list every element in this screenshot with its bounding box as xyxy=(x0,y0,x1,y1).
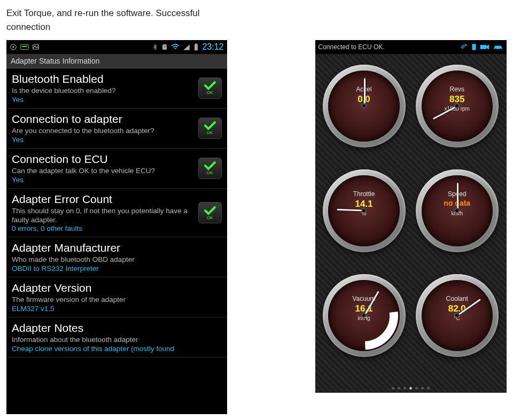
status-item-desc: Is the device bluetooth enabled? xyxy=(12,87,194,96)
status-item-value: Yes xyxy=(12,96,194,104)
gauge-needle xyxy=(364,78,366,106)
status-item-value: Yes xyxy=(12,176,194,184)
status-item-4[interactable]: Adapter ManufacturerWho made the bluetoo… xyxy=(6,237,227,277)
gauge-label: Coolant xyxy=(422,295,493,302)
status-item-title: Adapter Version xyxy=(12,282,222,294)
notification-icon: ? xyxy=(161,43,168,51)
gauge-tick: -0.4 xyxy=(399,71,400,76)
target-icon xyxy=(10,43,17,51)
svg-rect-7 xyxy=(195,44,198,51)
gauge-hub xyxy=(361,208,367,213)
gauge-accel[interactable]: 0.80.60.40.20-0.2-0.4-0.6-0.8Accel0.0 xyxy=(323,65,406,147)
page-indicator xyxy=(315,387,507,390)
pager-dot[interactable] xyxy=(421,387,424,390)
svg-rect-9 xyxy=(472,44,476,50)
pager-dot[interactable] xyxy=(392,387,394,390)
status-item-2[interactable]: Connection to ECUCan the adapter talk OK… xyxy=(6,149,227,189)
status-item-title: Bluetooth Enabled xyxy=(12,73,194,85)
gauge-label: Revs xyxy=(422,85,493,93)
ok-badge: OK xyxy=(198,158,222,179)
connection-status: Connected to ECU OK. xyxy=(318,43,385,51)
status-item-title: Adapter Notes xyxy=(12,322,222,335)
ok-badge: OK xyxy=(198,118,222,139)
check-icon xyxy=(204,81,216,90)
status-item-desc: This should stay on 0, if not then you p… xyxy=(12,207,194,225)
adapter-status-header: Adapter Status Information xyxy=(6,54,227,68)
pager-dot[interactable] xyxy=(415,387,418,390)
caption-line2: connection xyxy=(6,22,50,32)
svg-rect-10 xyxy=(480,45,487,49)
pager-dot[interactable] xyxy=(398,387,400,390)
satellite-icon xyxy=(460,43,468,51)
status-item-value: ELM327 v1.5 xyxy=(12,305,222,313)
status-item-5[interactable]: Adapter VersionThe firmware version of t… xyxy=(6,277,227,317)
status-item-desc: Information about the bluetooth adapter xyxy=(12,336,222,345)
wifi-icon xyxy=(171,44,180,50)
status-item-6[interactable]: Adapter NotesInformation about the bluet… xyxy=(6,317,227,357)
gauge-vacuum[interactable]: -20-20-16-16-12-12-8-8-4Vacuum16.1in/Hg xyxy=(323,274,406,357)
gauge-tick: 0 xyxy=(399,245,400,247)
check-icon xyxy=(204,206,216,215)
status-item-value: Cheap clone versions of this adapter (mo… xyxy=(12,345,222,353)
svg-point-1 xyxy=(12,46,14,48)
bluetooth-icon xyxy=(152,43,158,51)
status-item-desc: Are you connected to the bluetooth adapt… xyxy=(12,127,194,136)
gauge-hub xyxy=(454,208,460,213)
caption-line1: Exit Torque, and re-run the software. Su… xyxy=(6,8,200,18)
status-item-desc: Who made the bluetooth OBD adapter xyxy=(12,255,222,265)
svg-point-12 xyxy=(500,48,501,50)
status-item-value: 0 errors, 0 other faults xyxy=(12,224,194,232)
svg-point-11 xyxy=(495,48,496,50)
adapter-status-phone: ? 23:12 Adapter Status Information Bluet… xyxy=(6,40,227,414)
status-item-value: Yes xyxy=(12,136,194,144)
gauge-revs[interactable]: 12345670Revs835x1000 rpm xyxy=(416,65,499,147)
svg-rect-8 xyxy=(196,43,197,44)
gauge-grid[interactable]: 0.80.60.40.20-0.2-0.4-0.6-0.8Accel0.0123… xyxy=(315,54,507,380)
pager-dot[interactable] xyxy=(427,387,430,390)
svg-text:?: ? xyxy=(164,45,166,49)
instruction-caption: Exit Torque, and re-run the software. Su… xyxy=(6,6,507,34)
gallery-icon xyxy=(32,43,40,51)
gauge-throttle[interactable]: 5060407030802090100100Throttle14.1% xyxy=(323,169,406,252)
status-item-desc: Can the adapter talk OK to the vehicle E… xyxy=(12,167,194,176)
phone-icon xyxy=(471,43,477,51)
adapter-status-list[interactable]: Bluetooth EnabledIs the device bluetooth… xyxy=(6,68,227,357)
status-item-value: OBDII to RS232 Interpreter xyxy=(12,265,222,273)
status-item-title: Adapter Error Count xyxy=(12,193,194,206)
android-statusbar: ? 23:12 xyxy=(6,40,227,54)
gauge-hub xyxy=(454,103,460,108)
status-time: 23:12 xyxy=(202,42,223,52)
gauge-hub xyxy=(361,313,367,318)
status-item-desc: The firmware version of the adapter xyxy=(12,295,222,305)
status-item-1[interactable]: Connection to adapterAre you connected t… xyxy=(6,108,227,149)
pager-dot[interactable] xyxy=(403,387,406,390)
gauge-needle xyxy=(457,183,458,211)
car-icon xyxy=(493,44,503,50)
gauge-hub xyxy=(361,103,367,108)
dashboard-statusbar: Connected to ECU OK. xyxy=(315,40,507,54)
camera-icon xyxy=(480,44,489,50)
ok-badge: OK xyxy=(198,77,222,99)
status-item-3[interactable]: Adapter Error CountThis should stay on 0… xyxy=(6,189,227,238)
pager-dot[interactable] xyxy=(409,387,412,390)
ok-badge: OK xyxy=(198,202,222,223)
gauge-coolant[interactable]: 60801004012020140-40Coolant82.0°C xyxy=(416,274,499,357)
status-item-title: Adapter Manufacturer xyxy=(12,242,222,254)
dashboard-phone: Connected to ECU OK. 0.80.60.40.20-0.2-0… xyxy=(315,40,507,393)
status-item-title: Connection to ECU xyxy=(12,153,194,166)
gauge-speed[interactable]: 80100601204014020160Speedno datakm/h xyxy=(416,169,499,252)
status-item-0[interactable]: Bluetooth EnabledIs the device bluetooth… xyxy=(6,68,227,108)
gauge-hub xyxy=(454,313,460,318)
gauge-tick: 140 xyxy=(492,280,493,285)
battery-icon xyxy=(193,43,199,51)
signal-icon xyxy=(183,44,190,50)
obd-icon xyxy=(20,43,29,51)
gauge-label: Throttle xyxy=(328,190,399,198)
gauge-label: Vacuum xyxy=(328,295,399,302)
check-icon xyxy=(204,121,216,130)
svg-rect-3 xyxy=(22,46,27,47)
check-icon xyxy=(204,161,216,170)
status-item-title: Connection to adapter xyxy=(12,113,194,126)
